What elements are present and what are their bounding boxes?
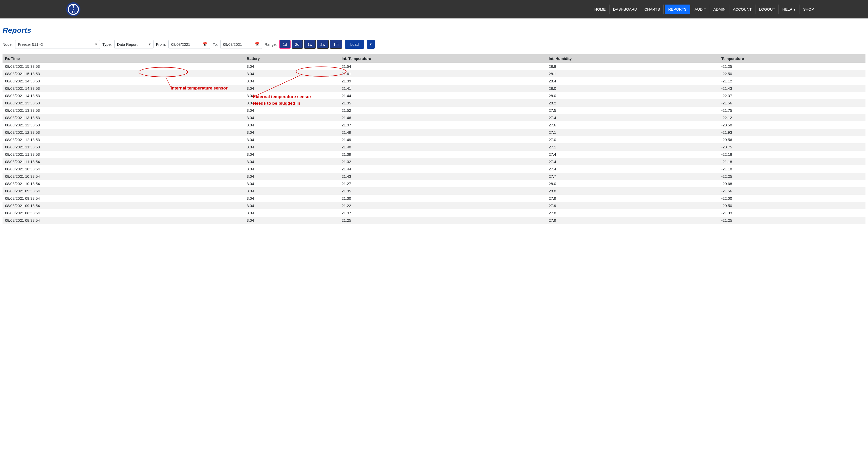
range-button-2d[interactable]: 2d — [291, 40, 303, 49]
table-row: 08/08/2021 13:38:533.0421.5227.5-21.75 — [3, 107, 865, 114]
table-cell: 28.0 — [546, 180, 719, 187]
nav-item-charts[interactable]: CHARTS — [641, 5, 664, 14]
table-row: 08/08/2021 08:58:543.0421.3727.8-21.93 — [3, 209, 865, 217]
nav-item-admin[interactable]: ADMIN — [710, 5, 730, 14]
table-cell: 21.54 — [339, 63, 546, 70]
table-cell: -21.56 — [719, 99, 865, 107]
range-button-1d[interactable]: 1d — [279, 40, 290, 49]
table-cell: 21.41 — [339, 85, 546, 92]
table-cell: 3.04 — [244, 107, 339, 114]
table-cell: 3.04 — [244, 129, 339, 136]
to-date-input[interactable]: 09/08/2021 📅 — [220, 40, 262, 49]
svg-text:T: T — [72, 4, 74, 8]
table-cell: 3.04 — [244, 158, 339, 165]
table-row: 08/08/2021 12:58:533.0421.3727.6-20.50 — [3, 121, 865, 129]
table-cell: -21.18 — [719, 165, 865, 173]
table-cell: 08/08/2021 09:18:54 — [3, 202, 244, 209]
nav-item-dashboard[interactable]: DASHBOARD — [610, 5, 641, 14]
nav-item-help[interactable]: HELP▼ — [779, 5, 800, 14]
table-row: 08/08/2021 15:18:533.0421.6128.1-22.50 — [3, 70, 865, 77]
table-cell: -21.43 — [719, 85, 865, 92]
table-cell: 28.4 — [546, 77, 719, 85]
table-cell: 3.04 — [244, 121, 339, 129]
from-date-input[interactable]: 08/08/2021 📅 — [168, 40, 210, 49]
table-cell: 08/08/2021 08:38:54 — [3, 217, 244, 224]
table-cell: 08/08/2021 15:18:53 — [3, 70, 244, 77]
nav-item-logout[interactable]: LOGOUT — [755, 5, 779, 14]
table-row: 08/08/2021 12:18:533.0421.4927.0-20.56 — [3, 136, 865, 143]
column-header: Int. Temperature — [339, 54, 546, 63]
table-cell: 21.30 — [339, 195, 546, 202]
svg-text:U: U — [72, 10, 74, 14]
table-cell: -22.25 — [719, 173, 865, 180]
table-cell: 21.40 — [339, 143, 546, 151]
table-row: 08/08/2021 14:38:533.0421.4128.0-21.43 — [3, 85, 865, 92]
type-select[interactable]: Data Report ▾ — [114, 40, 154, 49]
caret-down-icon: ▼ — [794, 8, 796, 11]
table-row: 08/08/2021 11:38:533.0421.3927.4-22.18 — [3, 151, 865, 158]
table-cell: 21.32 — [339, 158, 546, 165]
column-header: Int. Humidity — [546, 54, 719, 63]
table-row: 08/08/2021 15:38:533.0421.5428.8-21.25 — [3, 63, 865, 70]
node-select[interactable]: Freezer 511I-2 ▾ — [15, 40, 100, 49]
table-row: 08/08/2021 10:58:543.0421.4427.4-21.18 — [3, 165, 865, 173]
table-cell: 3.04 — [244, 63, 339, 70]
range-button-1m[interactable]: 1m — [330, 40, 342, 49]
table-cell: 21.61 — [339, 70, 546, 77]
table-row: 08/08/2021 09:38:543.0421.3027.9-22.00 — [3, 195, 865, 202]
table-cell: 08/08/2021 13:58:53 — [3, 99, 244, 107]
range-button-2w[interactable]: 2w — [317, 40, 329, 49]
table-cell: -21.18 — [719, 158, 865, 165]
table-cell: 21.37 — [339, 121, 546, 129]
table-header-row: Rx TimeBatteryInt. TemperatureInt. Humid… — [3, 54, 865, 63]
table-cell: -22.37 — [719, 92, 865, 99]
table-cell: -20.50 — [719, 202, 865, 209]
brand-logo[interactable]: T 2 U — [66, 2, 81, 17]
table-cell: 28.0 — [546, 85, 719, 92]
table-cell: 27.4 — [546, 151, 719, 158]
nav-item-home[interactable]: HOME — [591, 5, 610, 14]
type-select-value: Data Report — [117, 42, 137, 46]
column-header: Battery — [244, 54, 339, 63]
load-dropdown-button[interactable]: ▾ — [367, 40, 375, 49]
table-cell: 08/08/2021 13:38:53 — [3, 107, 244, 114]
table-cell: 3.04 — [244, 187, 339, 195]
page-title: Reports — [3, 26, 865, 35]
type-label: Type: — [102, 42, 112, 46]
table-cell: -21.56 — [719, 187, 865, 195]
calendar-icon: 📅 — [203, 42, 207, 46]
node-select-value: Freezer 511I-2 — [18, 42, 43, 46]
table-cell: 3.04 — [244, 143, 339, 151]
table-cell: 27.4 — [546, 158, 719, 165]
table-cell: 08/08/2021 13:18:53 — [3, 114, 244, 121]
table-cell: 21.22 — [339, 202, 546, 209]
table-cell: 08/08/2021 10:58:54 — [3, 165, 244, 173]
table-cell: -20.68 — [719, 180, 865, 187]
table-cell: 08/08/2021 12:38:53 — [3, 129, 244, 136]
table-cell: 28.1 — [546, 70, 719, 77]
table-cell: 3.04 — [244, 173, 339, 180]
table-cell: 3.04 — [244, 70, 339, 77]
table-cell: 21.39 — [339, 151, 546, 158]
load-button[interactable]: Load — [345, 40, 364, 49]
range-button-1w[interactable]: 1w — [304, 40, 316, 49]
table-cell: 28.0 — [546, 187, 719, 195]
nav-item-account[interactable]: ACCOUNT — [730, 5, 755, 14]
table-cell: 27.1 — [546, 129, 719, 136]
table-cell: 08/08/2021 11:58:53 — [3, 143, 244, 151]
table-cell: 08/08/2021 08:58:54 — [3, 209, 244, 217]
table-cell: -22.12 — [719, 114, 865, 121]
table-cell: 08/08/2021 14:58:53 — [3, 77, 244, 85]
nav-item-reports[interactable]: REPORTS — [665, 5, 690, 14]
table-row: 08/08/2021 09:58:543.0421.3528.0-21.56 — [3, 187, 865, 195]
table-row: 08/08/2021 13:58:533.0421.3528.2-21.56 — [3, 99, 865, 107]
table-row: 08/08/2021 10:38:543.0421.4327.7-22.25 — [3, 173, 865, 180]
table-cell: 21.46 — [339, 114, 546, 121]
range-button-group: 1d2d1w2w1m — [279, 40, 342, 49]
nav-item-shop[interactable]: SHOP — [800, 5, 817, 14]
nav-item-audit[interactable]: AUDIT — [691, 5, 710, 14]
page-body: Reports Node: Freezer 511I-2 ▾ Type: Dat… — [0, 19, 868, 224]
table-cell: -22.50 — [719, 70, 865, 77]
calendar-icon: 📅 — [254, 42, 259, 46]
to-date-value: 09/08/2021 — [223, 42, 242, 46]
